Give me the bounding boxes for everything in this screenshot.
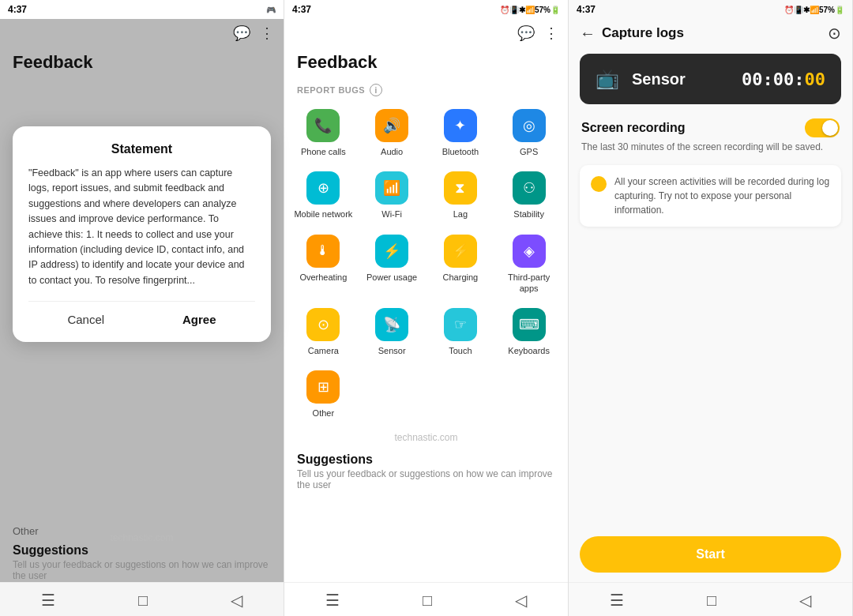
bug-item-lag[interactable]: ⧗Lag	[428, 165, 494, 224]
sensor-label: Sensor	[632, 70, 729, 88]
bug-item-keyboards[interactable]: ⌨Keyboards	[496, 302, 562, 361]
nav-menu-3[interactable]: ☰	[610, 591, 624, 610]
sensor-device-icon: 📺	[596, 68, 619, 90]
sensor-timer: 00:00:00	[742, 69, 825, 89]
status-bar-3: 4:37 ⏰📳✱📶57%🔋	[569, 0, 852, 19]
nav-home-1[interactable]: □	[138, 592, 148, 610]
bug-icon-third-party-apps: ◈	[513, 235, 546, 268]
chat-icon-2[interactable]: 💬	[517, 24, 535, 42]
time-2: 4:37	[292, 4, 311, 15]
status-bar-2: 4:37 ⏰📳✱📶57%🔋	[284, 0, 568, 19]
bug-icon-lag: ⧗	[444, 171, 477, 205]
page-title-2: Feedback	[284, 47, 568, 79]
alarm-icon-2: ⏰📳✱📶57%🔋	[500, 6, 560, 14]
bug-label-gps: GPS	[520, 146, 538, 157]
statement-dialog: Statement "Feedback" is an app where use…	[13, 126, 271, 342]
game-icon: 🎮	[266, 6, 276, 14]
bug-label-other: Other	[313, 408, 335, 419]
bug-label-mobile-network: Mobile network	[294, 208, 352, 220]
suggestions-title-2: Suggestions	[297, 453, 555, 467]
nav-home-3[interactable]: □	[707, 592, 716, 610]
warning-box: All your screen activities will be recor…	[580, 165, 841, 227]
report-bugs-label: REPORT BUGS	[297, 85, 365, 95]
start-button[interactable]: Start	[580, 536, 841, 573]
status-icons-2: ⏰📳✱📶57%🔋	[500, 6, 560, 14]
bug-item-bluetooth[interactable]: ✦Bluetooth	[428, 103, 494, 162]
bug-label-touch: Touch	[449, 345, 472, 356]
alarm-icon-3: ⏰📳✱📶57%🔋	[784, 6, 844, 14]
nav-back-1[interactable]: ◁	[231, 591, 242, 610]
suggestions-title-1: Suggestions	[13, 543, 271, 558]
bug-label-camera: Camera	[308, 345, 339, 356]
suggestions-sub-2: Tell us your feedback or suggestions on …	[297, 468, 555, 490]
nav-menu-1[interactable]: ☰	[41, 591, 55, 610]
nav-menu-2[interactable]: ☰	[325, 591, 340, 610]
bug-icon-other: ⊞	[306, 370, 340, 404]
bug-label-stability: Stability	[513, 208, 544, 220]
panel-2: 4:37 ⏰📳✱📶57%🔋 💬 ⋮ Feedback REPORT BUGS i…	[284, 0, 569, 616]
panel-1: 4:37 🎮 💬 ⋮ Feedback Statement "Feedback"…	[0, 0, 284, 616]
bug-icon-audio: 🔊	[375, 109, 408, 142]
suggestions-sub-1: Tell us your feedback or suggestions on …	[13, 559, 271, 581]
bug-icon-sensor: 📡	[375, 308, 408, 341]
bug-item-camera[interactable]: ⊙Camera	[291, 302, 356, 361]
timer-white-part: 00:00:	[742, 69, 804, 89]
bug-label-bluetooth: Bluetooth	[442, 146, 479, 157]
bug-icon-wi-fi: 📶	[375, 171, 408, 205]
bug-item-other[interactable]: ⊞Other	[291, 364, 356, 423]
timer-yellow-part: 00	[805, 69, 826, 89]
bug-label-keyboards: Keyboards	[508, 345, 550, 356]
toggle-knob	[822, 120, 838, 136]
bug-item-mobile-network[interactable]: ⊕Mobile network	[291, 165, 356, 224]
bug-icon-keyboards: ⌨	[513, 308, 546, 341]
bug-item-wi-fi[interactable]: 📶Wi-Fi	[359, 165, 425, 224]
dialog-body: "Feedback" is an app where users can cap…	[28, 166, 255, 288]
bottom-nav-2: ☰ □ ◁	[284, 582, 568, 616]
bug-item-stability[interactable]: ⚇Stability	[496, 165, 562, 224]
bug-item-phone-calls[interactable]: 📞Phone calls	[291, 103, 356, 162]
bug-icon-power-usage: ⚡	[375, 235, 408, 268]
time-1: 4:37	[8, 4, 27, 15]
page-title-1: Feedback	[0, 47, 284, 79]
bug-label-audio: Audio	[381, 146, 403, 157]
cancel-button[interactable]: Cancel	[48, 310, 123, 329]
info-icon-2[interactable]: i	[370, 84, 382, 96]
capture-title: Capture logs	[602, 25, 821, 41]
bug-item-gps[interactable]: ◎GPS	[496, 103, 562, 162]
chat-icon-1[interactable]: 💬	[233, 24, 250, 42]
bug-item-third-party-apps[interactable]: ◈Third-party apps	[496, 228, 562, 299]
bug-item-power-usage[interactable]: ⚡Power usage	[359, 228, 425, 299]
bug-item-sensor[interactable]: 📡Sensor	[359, 302, 425, 361]
back-button[interactable]: ←	[580, 24, 596, 43]
more-icon-2[interactable]: ⋮	[544, 24, 558, 42]
warning-dot-icon	[591, 176, 607, 192]
bug-item-touch[interactable]: ☞Touch	[428, 302, 494, 361]
status-icons-3: ⏰📳✱📶57%🔋	[784, 6, 844, 14]
watermark-2: technastic.com	[284, 427, 568, 445]
nav-back-3[interactable]: ◁	[799, 591, 811, 610]
bug-item-audio[interactable]: 🔊Audio	[359, 103, 425, 162]
nav-home-2[interactable]: □	[423, 592, 432, 610]
bug-label-lag: Lag	[453, 208, 468, 220]
bug-item-overheating[interactable]: 🌡Overheating	[291, 228, 356, 299]
settings-icon[interactable]: ⊙	[828, 24, 841, 43]
bottom-nav-3: ☰ □ ◁	[569, 582, 852, 616]
bug-grid: 📞Phone calls🔊Audio✦Bluetooth◎GPS⊕Mobile …	[284, 100, 568, 427]
bug-label-phone-calls: Phone calls	[301, 146, 346, 157]
screen-recording-sub: The last 30 minutes of the screen record…	[581, 141, 840, 154]
bug-icon-touch: ☞	[444, 308, 477, 341]
bug-label-third-party-apps: Third-party apps	[499, 272, 558, 295]
bug-icon-camera: ⊙	[306, 308, 340, 341]
status-bar-1: 4:37 🎮	[0, 0, 284, 19]
agree-button[interactable]: Agree	[163, 310, 235, 329]
bug-label-overheating: Overheating	[299, 272, 347, 283]
suggestions-2: Suggestions Tell us your feedback or sug…	[284, 445, 568, 494]
warning-text: All your screen activities will be recor…	[614, 175, 830, 217]
nav-back-2[interactable]: ◁	[515, 591, 527, 610]
more-icon-1[interactable]: ⋮	[260, 24, 274, 42]
status-icons-1: 🎮	[266, 6, 276, 14]
bug-item-charging[interactable]: ⚡Charging	[428, 228, 494, 299]
screen-recording-header: Screen recording	[581, 118, 840, 137]
screen-recording-title: Screen recording	[581, 121, 686, 135]
screen-recording-toggle[interactable]	[805, 118, 840, 137]
